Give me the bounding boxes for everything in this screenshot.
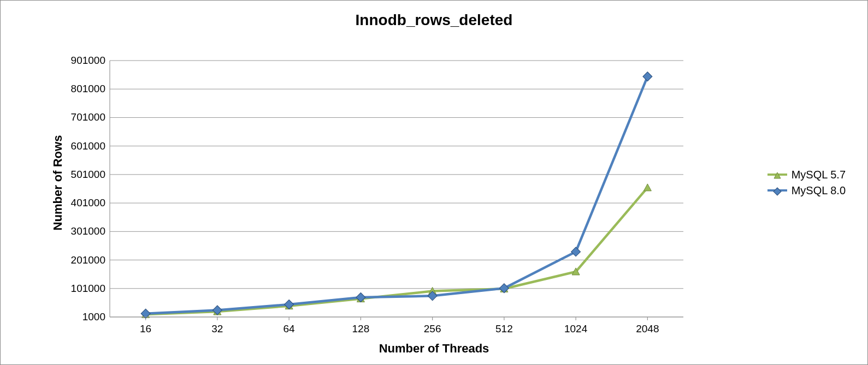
chart-title: Innodb_rows_deleted: [1, 11, 867, 29]
y-tick-label: 201000: [71, 254, 105, 266]
diamond-icon: [571, 247, 581, 256]
y-tick-label: 101000: [71, 283, 105, 294]
y-axis-label: Number of Rows: [51, 135, 65, 230]
y-tick-label: 801000: [71, 83, 105, 94]
legend-item: MySQL 8.0: [767, 184, 846, 197]
diamond-icon: [643, 72, 652, 81]
triangle-icon: [777, 176, 786, 184]
chart-frame: Innodb_rows_deleted Number of Rows Numbe…: [0, 0, 868, 365]
y-tick-label: 501000: [71, 169, 105, 180]
series-line: [146, 76, 648, 313]
x-tick-label: 32: [211, 323, 223, 334]
y-tick-label: 901000: [71, 55, 105, 66]
plot-area: 1000101000201000301000401000501000601000…: [72, 55, 689, 312]
x-tick-label: 128: [352, 323, 370, 334]
legend-swatch-mysql57: [767, 173, 787, 176]
x-tick-label: 16: [140, 323, 151, 334]
legend-label: MySQL 5.7: [792, 169, 846, 181]
y-tick-label: 301000: [71, 225, 105, 237]
legend-item: MySQL 5.7: [767, 169, 846, 181]
triangle-icon: [643, 184, 651, 191]
x-tick-label: 2048: [636, 323, 659, 334]
y-tick-label: 1000: [82, 311, 105, 322]
svg-rect-1: [773, 188, 781, 195]
legend-swatch-mysql80: [767, 189, 787, 192]
svg-marker-0: [774, 172, 781, 178]
legend-label: MySQL 8.0: [792, 184, 846, 197]
x-tick-label: 512: [495, 323, 513, 334]
x-tick-label: 256: [424, 323, 441, 334]
diamond-icon: [428, 291, 437, 301]
x-tick-label: 1024: [564, 323, 588, 334]
x-tick-label: 64: [284, 323, 296, 334]
y-tick-label: 601000: [71, 140, 105, 152]
y-tick-label: 701000: [71, 111, 105, 123]
diamond-icon: [777, 192, 786, 200]
y-tick-label: 401000: [71, 197, 105, 208]
legend: MySQL 5.7 MySQL 8.0: [767, 165, 846, 200]
